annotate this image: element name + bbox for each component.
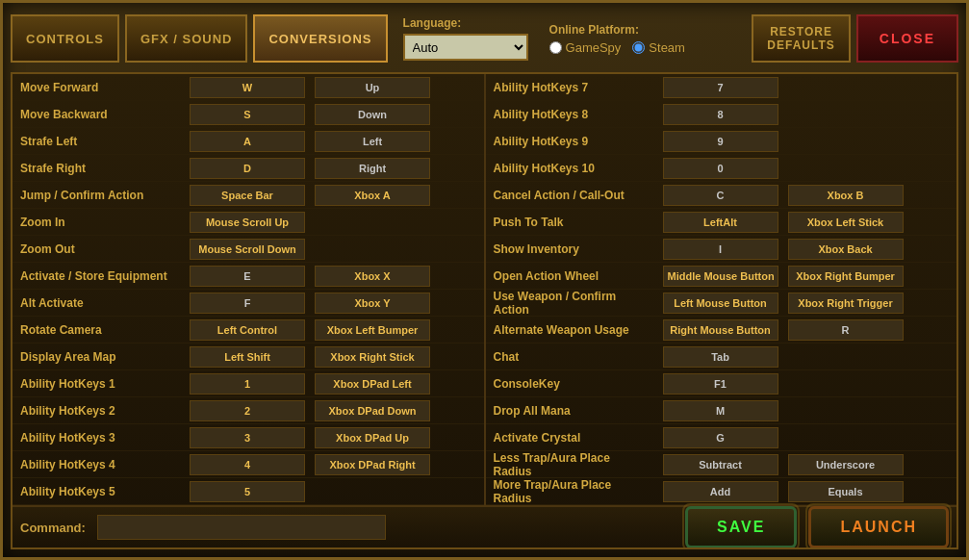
key-binding-secondary-input[interactable] [788, 239, 904, 260]
command-input[interactable] [97, 515, 386, 540]
key-binding-primary-input[interactable] [190, 319, 305, 341]
key-binding-primary-input[interactable] [190, 481, 305, 502]
key-binding-secondary-input[interactable] [315, 293, 430, 314]
control-action-name: Show Inventory [486, 240, 659, 259]
close-button[interactable]: CLOSE [856, 14, 958, 63]
key-binding-secondary-input[interactable] [315, 158, 430, 179]
key-binding-primary-input[interactable] [190, 77, 305, 98]
tab-gfx-sound[interactable]: GFX / SOUND [125, 14, 248, 63]
key-binding-primary-input[interactable] [663, 212, 778, 233]
control-action-name: Chat [486, 347, 659, 367]
key-binding-primary-input[interactable] [190, 427, 305, 448]
key-binding-secondary-input[interactable] [315, 185, 430, 206]
key-binding-primary-input[interactable] [663, 266, 778, 287]
key-binding-secondary [311, 490, 436, 494]
key-binding-primary-input[interactable] [190, 373, 305, 395]
language-section: Language: Auto English French German [403, 16, 528, 61]
key-binding-primary-input[interactable] [190, 158, 305, 179]
key-binding-secondary [784, 291, 909, 316]
table-row: ConsoleKey [486, 370, 957, 397]
key-binding-secondary-input[interactable] [315, 400, 430, 421]
key-binding-primary-input[interactable] [190, 266, 305, 287]
key-binding-primary [186, 210, 311, 235]
key-binding-primary-input[interactable] [663, 319, 778, 341]
key-binding-primary-input[interactable] [663, 454, 778, 475]
key-binding-primary-input[interactable] [663, 131, 778, 152]
key-binding-primary-input[interactable] [190, 104, 305, 125]
key-binding-secondary-input[interactable] [788, 319, 904, 341]
key-binding-secondary-input[interactable] [315, 427, 430, 448]
key-binding-primary [186, 264, 311, 289]
key-binding-primary [659, 264, 784, 289]
key-binding-secondary-input[interactable] [788, 481, 904, 502]
key-binding-primary-input[interactable] [663, 481, 778, 502]
key-binding-secondary-input[interactable] [315, 454, 430, 475]
key-binding-secondary [311, 156, 436, 181]
key-binding-primary [659, 129, 784, 154]
language-label: Language: [403, 16, 462, 30]
key-binding-secondary-input[interactable] [315, 131, 430, 152]
key-binding-secondary-input[interactable] [788, 454, 904, 475]
key-binding-primary-input[interactable] [663, 427, 778, 448]
tab-controls[interactable]: CONTROLS [11, 14, 119, 63]
table-row: Cancel Action / Call-Out [486, 182, 957, 209]
key-binding-secondary-input[interactable] [788, 185, 904, 206]
key-binding-secondary-input[interactable] [315, 77, 430, 98]
key-binding-primary [659, 102, 784, 127]
key-binding-secondary [311, 247, 436, 251]
key-binding-primary [186, 102, 311, 127]
key-binding-secondary-input[interactable] [315, 373, 430, 395]
key-binding-primary-input[interactable] [190, 293, 305, 314]
language-select[interactable]: Auto English French German [403, 34, 528, 61]
key-binding-primary-input[interactable] [190, 400, 305, 421]
key-binding-primary-input[interactable] [663, 346, 778, 368]
table-row: Display Area Map [13, 344, 484, 370]
table-row: Ability HotKeys 7 [486, 74, 957, 101]
control-action-name: Ability HotKeys 8 [486, 105, 659, 124]
table-row: More Trap/Aura Place Radius [486, 478, 957, 505]
key-binding-primary-input[interactable] [190, 346, 305, 368]
key-binding-primary-input[interactable] [190, 131, 305, 152]
key-binding-secondary [311, 264, 436, 289]
key-binding-primary-input[interactable] [190, 239, 305, 260]
key-binding-secondary-input[interactable] [315, 346, 430, 368]
key-binding-primary [659, 237, 784, 262]
key-binding-primary-input[interactable] [190, 185, 305, 206]
control-action-name: Activate / Store Equipment [13, 267, 186, 286]
key-binding-primary-input[interactable] [663, 104, 778, 125]
restore-defaults-button[interactable]: RESTOREDEFAULTS [752, 14, 850, 63]
key-binding-secondary-input[interactable] [315, 319, 430, 341]
save-button[interactable]: SAVE [685, 506, 797, 548]
bottom-bar: Command: SAVE LAUNCH [13, 505, 956, 547]
key-binding-secondary-input[interactable] [315, 104, 430, 125]
key-binding-secondary [784, 318, 909, 343]
control-action-name: Display Area Map [13, 347, 186, 367]
control-action-name: Use Weapon / Confirm Action [486, 287, 659, 319]
table-row: Drop All Mana [486, 397, 957, 424]
key-binding-primary-input[interactable] [190, 454, 305, 475]
key-binding-primary-input[interactable] [663, 239, 778, 260]
key-binding-primary-input[interactable] [663, 293, 778, 314]
platform-label: Online Platform: [549, 23, 639, 37]
table-row: Ability HotKeys 10 [486, 155, 957, 182]
key-binding-primary [659, 75, 784, 100]
table-row: Zoom In [13, 209, 484, 236]
key-binding-primary-input[interactable] [663, 158, 778, 179]
platform-gamespy[interactable]: GameSpy [549, 40, 622, 55]
key-binding-primary-input[interactable] [663, 185, 778, 206]
key-binding-secondary-input[interactable] [315, 266, 430, 287]
control-action-name: Rotate Camera [13, 320, 186, 340]
key-binding-secondary [784, 409, 909, 413]
platform-steam[interactable]: Steam [632, 40, 685, 55]
key-binding-primary-input[interactable] [190, 212, 305, 233]
key-binding-secondary [784, 183, 909, 208]
key-binding-primary-input[interactable] [663, 373, 778, 395]
key-binding-secondary-input[interactable] [788, 212, 904, 233]
right-controls-list: Ability HotKeys 7Ability HotKeys 8Abilit… [486, 74, 957, 505]
key-binding-secondary-input[interactable] [788, 266, 904, 287]
key-binding-primary-input[interactable] [663, 400, 778, 421]
key-binding-secondary-input[interactable] [788, 293, 904, 314]
tab-conversions[interactable]: CONVERSIONS [253, 14, 387, 63]
key-binding-primary-input[interactable] [663, 77, 778, 98]
launch-button[interactable]: LAUNCH [808, 506, 949, 548]
